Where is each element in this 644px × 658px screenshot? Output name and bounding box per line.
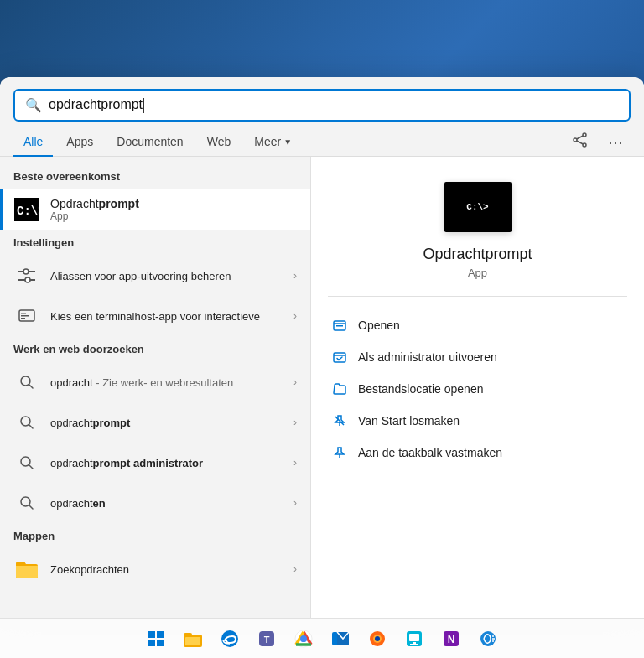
tab-apps[interactable]: Apps: [56, 128, 103, 157]
action-pin-taskbar[interactable]: Aan de taakbalk vastmaken: [328, 438, 627, 468]
instellingen-item-2[interactable]: Kies een terminalhost-app voor interacti…: [0, 296, 310, 336]
svg-point-48: [21, 497, 30, 506]
best-match-subtitle: App: [50, 210, 297, 222]
action-filelocation-text: Bestandslocatie openen: [358, 382, 483, 396]
search-tabs: Alle Apps Documenten Web Meer ▼: [0, 128, 644, 157]
best-match-item[interactable]: C:\>_ Opdrachtprompt App: [0, 189, 310, 230]
search-web-icon-1: [13, 369, 40, 396]
svg-rect-1: [157, 631, 164, 638]
best-match-title: Opdrachtprompt: [50, 197, 297, 210]
taskbar-remote[interactable]: [397, 622, 431, 655]
svg-rect-3: [157, 640, 164, 646]
admin-icon: [331, 349, 348, 365]
taskbar-teams[interactable]: T: [250, 622, 283, 655]
cmd-app-icon: C:\>_: [13, 196, 40, 223]
action-open[interactable]: Openen: [328, 310, 627, 340]
search-web-icon-3: [13, 449, 40, 476]
search-query: opdrachtprompt: [49, 97, 143, 111]
svg-point-44: [21, 417, 30, 426]
action-filelocation[interactable]: Bestandslocatie openen: [328, 374, 627, 404]
meer-chevron-icon: ▼: [283, 137, 292, 147]
more-options-button[interactable]: ⋯: [601, 130, 631, 155]
taskbar-start-button[interactable]: [139, 622, 173, 655]
folder-icon: [13, 556, 40, 583]
svg-rect-6: [185, 637, 200, 645]
taskbar-chrome[interactable]: [287, 622, 320, 655]
search-content: Beste overeenkomst C:\>_ Opdrachtprompt …: [0, 157, 644, 618]
tab-web[interactable]: Web: [197, 128, 242, 157]
app-preview-icon: [444, 182, 512, 232]
svg-line-29: [577, 141, 584, 144]
svg-rect-39: [21, 313, 26, 314]
action-admin[interactable]: Als administrator uitvoeren: [328, 342, 627, 372]
tab-alle[interactable]: Alle: [13, 128, 53, 157]
svg-text:N: N: [448, 634, 455, 645]
web-search-item-4[interactable]: opdrachten ›: [0, 483, 310, 523]
svg-rect-33: [29, 271, 35, 272]
action-unpin-start[interactable]: Van Start losmaken: [328, 406, 627, 436]
action-list: Openen Als administrator uitvoeren: [328, 310, 627, 468]
instellingen-text-1: Aliassen voor app-uitvoering beheren: [50, 270, 283, 282]
svg-rect-21: [410, 644, 418, 645]
svg-point-17: [375, 636, 380, 641]
tab-meer[interactable]: Meer ▼: [244, 128, 302, 157]
svg-rect-52: [334, 353, 345, 362]
svg-text:T: T: [264, 635, 270, 645]
svg-line-49: [29, 505, 33, 509]
arrow-icon-2: ›: [293, 310, 297, 322]
instellingen-title-1: Aliassen voor app-uitvoering beheren: [50, 270, 283, 282]
svg-rect-19: [409, 634, 419, 641]
svg-line-47: [29, 465, 33, 469]
filelocation-icon: [331, 381, 348, 397]
taskbar-file-explorer[interactable]: [176, 622, 210, 655]
section-werk-web-title: Werk en web doorzoeken: [0, 343, 310, 362]
svg-point-42: [21, 376, 30, 386]
arrow-icon-1: ›: [293, 270, 297, 282]
action-admin-text: Als administrator uitvoeren: [358, 350, 497, 364]
taskbar: T: [0, 618, 644, 658]
share-button[interactable]: [566, 129, 595, 155]
arrow-icon-7: ›: [293, 563, 297, 575]
action-unpin-start-text: Van Start losmaken: [358, 414, 460, 427]
app-detail-name: Opdrachtprompt: [423, 246, 532, 263]
section-beste-overeenkomst-title: Beste overeenkomst: [0, 170, 310, 189]
svg-point-34: [23, 269, 29, 274]
search-input-display[interactable]: opdrachtprompt: [49, 97, 619, 113]
svg-rect-0: [148, 631, 155, 638]
svg-line-43: [29, 385, 33, 388]
taskbar-vpn[interactable]: [471, 622, 505, 655]
taskbar-outlook[interactable]: [324, 622, 357, 655]
svg-point-12: [300, 635, 307, 642]
taskbar-firefox[interactable]: [361, 622, 394, 655]
tab-documenten[interactable]: Documenten: [106, 128, 193, 157]
web-search-title-3: opdrachtprompt administrator: [50, 457, 283, 469]
arrow-icon-3: ›: [293, 376, 297, 388]
svg-line-28: [577, 136, 584, 139]
svg-rect-2: [148, 640, 155, 646]
best-match-text: Opdrachtprompt App: [50, 197, 297, 222]
arrow-icon-5: ›: [293, 457, 297, 469]
web-search-item-2[interactable]: opdrachtprompt ›: [0, 402, 310, 443]
instellingen-item-1[interactable]: Aliassen voor app-uitvoering beheren ›: [0, 256, 310, 296]
search-panel-wrapper: 🔍 opdrachtprompt Alle Apps Documenten We…: [0, 77, 644, 618]
settings-icon-1: [13, 262, 40, 289]
left-panel: Beste overeenkomst C:\>_ Opdrachtprompt …: [0, 157, 310, 618]
svg-line-45: [29, 425, 33, 428]
cursor: [143, 98, 144, 113]
app-divider: [328, 296, 627, 297]
web-search-text-1: opdracht - Zie werk- en webresultaten: [50, 376, 283, 389]
web-search-title-2: opdrachtprompt: [50, 417, 283, 429]
svg-point-25: [583, 133, 586, 137]
taskbar-onenote[interactable]: N: [434, 622, 468, 655]
mappen-item-1[interactable]: Zoekopdrachten ›: [0, 549, 310, 589]
search-box[interactable]: 🔍 opdrachtprompt: [13, 89, 631, 122]
tabs-left: Alle Apps Documenten Web Meer ▼: [13, 128, 302, 156]
arrow-icon-6: ›: [293, 497, 297, 509]
svg-text:C:\>_: C:\>_: [17, 205, 39, 218]
open-icon: [331, 317, 348, 334]
web-search-item-3[interactable]: opdrachtprompt administrator ›: [0, 443, 310, 483]
search-icon: 🔍: [25, 97, 42, 113]
web-search-item-1[interactable]: opdracht - Zie werk- en webresultaten ›: [0, 362, 310, 402]
search-box-container: 🔍 opdrachtprompt: [0, 77, 644, 122]
taskbar-edge[interactable]: [213, 622, 247, 655]
